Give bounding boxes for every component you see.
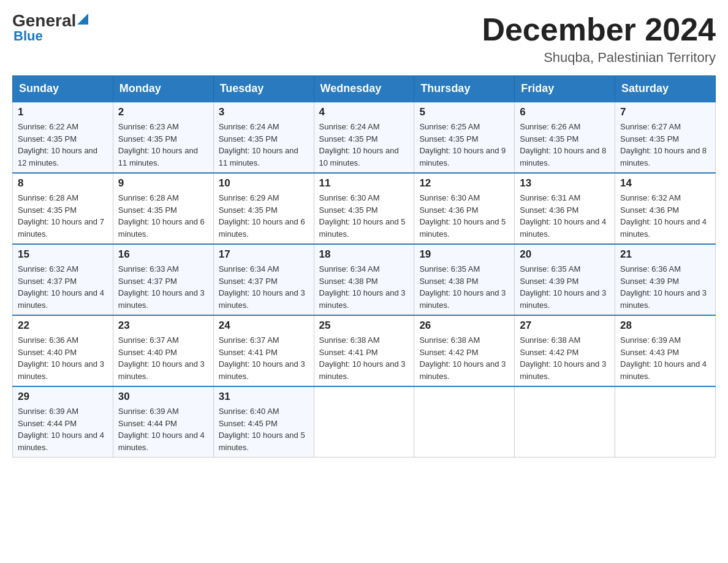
day-info: Sunrise: 6:30 AMSunset: 4:36 PMDaylight:…	[419, 192, 509, 240]
day-number: 15	[18, 248, 108, 261]
calendar-table: SundayMondayTuesdayWednesdayThursdayFrid…	[12, 75, 716, 458]
day-info: Sunrise: 6:36 AMSunset: 4:39 PMDaylight:…	[620, 263, 710, 311]
calendar-cell: 10Sunrise: 6:29 AMSunset: 4:35 PMDayligh…	[213, 173, 314, 244]
calendar-cell: 24Sunrise: 6:37 AMSunset: 4:41 PMDayligh…	[213, 315, 314, 386]
day-info: Sunrise: 6:24 AMSunset: 4:35 PMDaylight:…	[319, 121, 409, 169]
calendar-cell: 29Sunrise: 6:39 AMSunset: 4:44 PMDayligh…	[13, 386, 113, 458]
day-info: Sunrise: 6:26 AMSunset: 4:35 PMDaylight:…	[520, 121, 610, 169]
calendar-cell: 4Sunrise: 6:24 AMSunset: 4:35 PMDaylight…	[314, 102, 414, 173]
logo-general: General	[12, 12, 76, 29]
calendar-cell: 28Sunrise: 6:39 AMSunset: 4:43 PMDayligh…	[615, 315, 716, 386]
day-number: 9	[118, 177, 208, 190]
day-info: Sunrise: 6:32 AMSunset: 4:37 PMDaylight:…	[18, 263, 108, 311]
day-number: 1	[18, 106, 108, 118]
day-number: 26	[419, 320, 509, 332]
weekday-header-tuesday: Tuesday	[213, 76, 314, 102]
day-info: Sunrise: 6:38 AMSunset: 4:41 PMDaylight:…	[319, 334, 409, 382]
calendar-cell: 13Sunrise: 6:31 AMSunset: 4:36 PMDayligh…	[515, 173, 615, 244]
day-info: Sunrise: 6:38 AMSunset: 4:42 PMDaylight:…	[520, 334, 610, 382]
calendar-cell: 14Sunrise: 6:32 AMSunset: 4:36 PMDayligh…	[615, 173, 716, 244]
day-info: Sunrise: 6:35 AMSunset: 4:38 PMDaylight:…	[419, 263, 509, 311]
calendar-cell: 26Sunrise: 6:38 AMSunset: 4:42 PMDayligh…	[414, 315, 515, 386]
day-info: Sunrise: 6:38 AMSunset: 4:42 PMDaylight:…	[419, 334, 509, 382]
calendar-cell: 8Sunrise: 6:28 AMSunset: 4:35 PMDaylight…	[13, 173, 113, 244]
weekday-header-monday: Monday	[113, 76, 213, 102]
calendar-cell: 5Sunrise: 6:25 AMSunset: 4:35 PMDaylight…	[414, 102, 515, 173]
day-number: 5	[419, 106, 509, 118]
day-info: Sunrise: 6:28 AMSunset: 4:35 PMDaylight:…	[18, 192, 108, 240]
day-info: Sunrise: 6:37 AMSunset: 4:40 PMDaylight:…	[118, 334, 208, 382]
day-info: Sunrise: 6:29 AMSunset: 4:35 PMDaylight:…	[219, 192, 309, 240]
day-number: 21	[620, 248, 710, 261]
day-number: 4	[319, 106, 409, 118]
day-number: 3	[219, 106, 309, 118]
day-info: Sunrise: 6:35 AMSunset: 4:39 PMDaylight:…	[520, 263, 610, 311]
svg-marker-0	[77, 13, 88, 25]
calendar-cell	[515, 386, 615, 458]
day-number: 27	[520, 320, 610, 332]
week-row-5: 29Sunrise: 6:39 AMSunset: 4:44 PMDayligh…	[13, 386, 716, 458]
day-info: Sunrise: 6:34 AMSunset: 4:38 PMDaylight:…	[319, 263, 409, 311]
day-info: Sunrise: 6:40 AMSunset: 4:45 PMDaylight:…	[219, 405, 309, 453]
day-info: Sunrise: 6:37 AMSunset: 4:41 PMDaylight:…	[219, 334, 309, 382]
calendar-cell: 16Sunrise: 6:33 AMSunset: 4:37 PMDayligh…	[113, 244, 213, 315]
location: Shuqba, Palestinian Territory	[482, 50, 716, 66]
calendar-cell: 30Sunrise: 6:39 AMSunset: 4:44 PMDayligh…	[113, 386, 213, 458]
day-number: 25	[319, 320, 409, 332]
day-number: 24	[219, 320, 309, 332]
calendar-cell: 17Sunrise: 6:34 AMSunset: 4:37 PMDayligh…	[213, 244, 314, 315]
day-number: 22	[18, 320, 108, 332]
day-info: Sunrise: 6:36 AMSunset: 4:40 PMDaylight:…	[18, 334, 108, 382]
calendar-cell: 25Sunrise: 6:38 AMSunset: 4:41 PMDayligh…	[314, 315, 414, 386]
day-info: Sunrise: 6:32 AMSunset: 4:36 PMDaylight:…	[620, 192, 710, 240]
day-info: Sunrise: 6:28 AMSunset: 4:35 PMDaylight:…	[118, 192, 208, 240]
calendar-cell: 7Sunrise: 6:27 AMSunset: 4:35 PMDaylight…	[615, 102, 716, 173]
weekday-header-wednesday: Wednesday	[314, 76, 414, 102]
day-number: 19	[419, 248, 509, 261]
calendar-cell: 12Sunrise: 6:30 AMSunset: 4:36 PMDayligh…	[414, 173, 515, 244]
calendar-cell: 23Sunrise: 6:37 AMSunset: 4:40 PMDayligh…	[113, 315, 213, 386]
day-number: 16	[118, 248, 208, 261]
day-number: 28	[620, 320, 710, 332]
day-number: 17	[219, 248, 309, 261]
day-number: 2	[118, 106, 208, 118]
day-info: Sunrise: 6:39 AMSunset: 4:44 PMDaylight:…	[18, 405, 108, 453]
day-number: 29	[18, 391, 108, 403]
day-number: 6	[520, 106, 610, 118]
weekday-header-thursday: Thursday	[414, 76, 515, 102]
day-info: Sunrise: 6:31 AMSunset: 4:36 PMDaylight:…	[520, 192, 610, 240]
page-header: General Blue December 2024 Shuqba, Pales…	[12, 12, 716, 66]
calendar-cell	[615, 386, 716, 458]
calendar-cell: 31Sunrise: 6:40 AMSunset: 4:45 PMDayligh…	[213, 386, 314, 458]
day-number: 7	[620, 106, 710, 118]
day-number: 12	[419, 177, 509, 190]
calendar-cell: 9Sunrise: 6:28 AMSunset: 4:35 PMDaylight…	[113, 173, 213, 244]
calendar-cell: 18Sunrise: 6:34 AMSunset: 4:38 PMDayligh…	[314, 244, 414, 315]
day-number: 13	[520, 177, 610, 190]
day-number: 14	[620, 177, 710, 190]
calendar-cell: 20Sunrise: 6:35 AMSunset: 4:39 PMDayligh…	[515, 244, 615, 315]
weekday-header-sunday: Sunday	[13, 76, 113, 102]
day-info: Sunrise: 6:39 AMSunset: 4:44 PMDaylight:…	[118, 405, 208, 453]
day-info: Sunrise: 6:24 AMSunset: 4:35 PMDaylight:…	[219, 121, 309, 169]
day-info: Sunrise: 6:22 AMSunset: 4:35 PMDaylight:…	[18, 121, 108, 169]
calendar-cell: 3Sunrise: 6:24 AMSunset: 4:35 PMDaylight…	[213, 102, 314, 173]
calendar-cell: 19Sunrise: 6:35 AMSunset: 4:38 PMDayligh…	[414, 244, 515, 315]
day-info: Sunrise: 6:34 AMSunset: 4:37 PMDaylight:…	[219, 263, 309, 311]
day-number: 8	[18, 177, 108, 190]
week-row-2: 8Sunrise: 6:28 AMSunset: 4:35 PMDaylight…	[13, 173, 716, 244]
day-info: Sunrise: 6:39 AMSunset: 4:43 PMDaylight:…	[620, 334, 710, 382]
calendar-cell: 6Sunrise: 6:26 AMSunset: 4:35 PMDaylight…	[515, 102, 615, 173]
calendar-cell: 27Sunrise: 6:38 AMSunset: 4:42 PMDayligh…	[515, 315, 615, 386]
weekday-header-row: SundayMondayTuesdayWednesdayThursdayFrid…	[13, 76, 716, 102]
day-number: 10	[219, 177, 309, 190]
calendar-cell	[414, 386, 515, 458]
calendar-cell: 21Sunrise: 6:36 AMSunset: 4:39 PMDayligh…	[615, 244, 716, 315]
day-number: 31	[219, 391, 309, 403]
day-info: Sunrise: 6:33 AMSunset: 4:37 PMDaylight:…	[118, 263, 208, 311]
weekday-header-friday: Friday	[515, 76, 615, 102]
calendar-cell: 11Sunrise: 6:30 AMSunset: 4:35 PMDayligh…	[314, 173, 414, 244]
day-number: 23	[118, 320, 208, 332]
day-info: Sunrise: 6:30 AMSunset: 4:35 PMDaylight:…	[319, 192, 409, 240]
calendar-cell: 1Sunrise: 6:22 AMSunset: 4:35 PMDaylight…	[13, 102, 113, 173]
